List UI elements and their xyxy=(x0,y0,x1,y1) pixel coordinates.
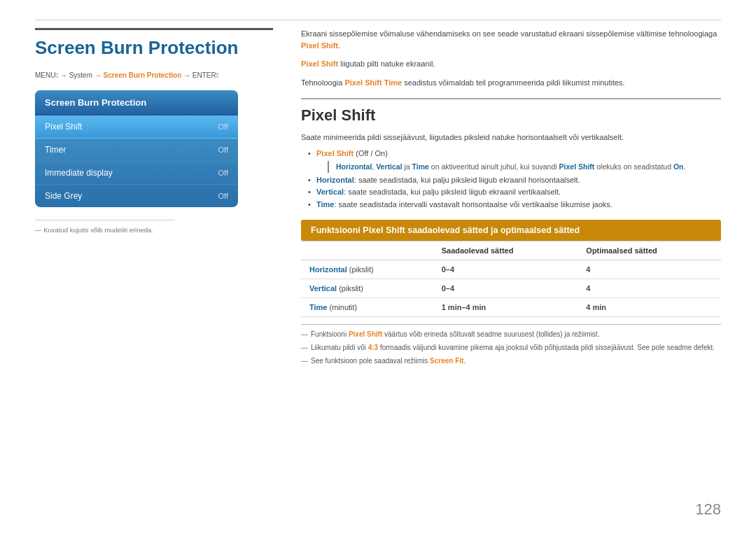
bullet-vertical: Vertical: saate seadistada, kui palju pi… xyxy=(308,186,721,199)
bullet-pixel-shift: Pixel Shift (Off / On) Horizontal, Verti… xyxy=(308,148,721,173)
data-table: Saadaolevad sätted Optimaalsed sätted Ho… xyxy=(301,241,721,317)
sub-note-pixel-shift: Horizontal, Vertical ja Time on aktiveer… xyxy=(328,161,721,173)
col-header-empty xyxy=(301,241,433,260)
right-column: Ekraani sissepõlemise võimaluse vähendam… xyxy=(301,28,721,513)
hl-vertical: Vertical xyxy=(376,162,402,171)
row-range-horizontal: 0–4 xyxy=(433,260,578,279)
intro-text-1: Ekraani sissepõlemise võimaluse vähendam… xyxy=(301,28,721,51)
hl-time: Time xyxy=(412,162,429,171)
hl-fn-ps: Pixel Shift xyxy=(349,330,382,338)
table-row: Time (minutit) 1 min–4 min 4 min xyxy=(301,297,721,316)
breadcrumb-suffix: → ENTER xyxy=(181,71,218,79)
menu-item-label-pixel-shift: Pixel Shift xyxy=(45,122,82,132)
hl-pixel-shift-2: Pixel Shift xyxy=(301,59,338,68)
hl-pixel-shift-heading: Pixel Shift xyxy=(363,225,405,235)
menu-item-value-side-grey: Off xyxy=(218,192,228,200)
intro-text-2: Pixel Shift liigutab pilti natuke ekraan… xyxy=(301,58,721,70)
menu-item-value-timer: Off xyxy=(218,146,228,154)
description-text: Saate minimeerida pildi sissejäävust, li… xyxy=(301,132,721,143)
menu-item-label-immediate-display: Immediate display xyxy=(45,168,113,178)
page-number: 128 xyxy=(695,500,721,519)
footer-notes: Funktsiooni Pixel Shift väärtus võib eri… xyxy=(301,324,721,366)
divider xyxy=(35,220,175,220)
hl-43: 4:3 xyxy=(368,344,378,351)
menu-item-label-timer: Timer xyxy=(45,145,66,155)
row-optimal-vertical: 4 xyxy=(578,279,721,297)
row-label-horizontal: Horizontal (pikslit) xyxy=(301,260,433,279)
row-label-vertical: Vertical (pikslit) xyxy=(301,279,433,297)
hl-pixel-shift-1: Pixel Shift xyxy=(301,41,338,50)
page-container: Screen Burn Protection MENU → System → … xyxy=(0,0,756,534)
menu-item-value-immediate-display: Off xyxy=(218,169,228,177)
bullet-list: Pixel Shift (Off / On) Horizontal, Verti… xyxy=(308,148,721,211)
hl-horizontal-b: Horizontal xyxy=(316,176,354,184)
row-range-vertical: 0–4 xyxy=(433,279,578,297)
menu-panel: Screen Burn Protection Pixel Shift Off T… xyxy=(35,90,238,207)
row-optimal-time: 4 min xyxy=(578,297,721,316)
table-header-row: Saadaolevad sätted Optimaalsed sätted xyxy=(301,241,721,260)
hl-bullet-ps: Pixel Shift xyxy=(316,149,354,157)
row-range-time: 1 min–4 min xyxy=(433,297,578,316)
image-note: ― Kuvatud kujutis võib mudeliti erineda. xyxy=(35,226,273,234)
menu-item-timer[interactable]: Timer Off xyxy=(35,139,238,162)
footer-note-1: Funktsiooni Pixel Shift väärtus võib eri… xyxy=(301,329,721,339)
footer-note-2: Liikumatu pildi või 4:3 formaadis väljun… xyxy=(301,342,721,353)
col-header-optimal: Optimaalsed sätted xyxy=(578,241,721,260)
menu-prefix: MENU → System → xyxy=(35,71,104,79)
menu-item-side-grey[interactable]: Side Grey Off xyxy=(35,185,238,207)
feature-heading: Funktsiooni Pixel Shift saadaolevad sätt… xyxy=(301,220,721,241)
left-column: Screen Burn Protection MENU → System → … xyxy=(35,28,273,513)
footer-note-3: See funktsioon pole saadaval režiimis Sc… xyxy=(301,356,721,366)
intro-text-3: Tehnoloogia Pixel Shift Time seadistus v… xyxy=(301,77,721,89)
row-label-time: Time (minutit) xyxy=(301,297,433,316)
page-title: Screen Burn Protection xyxy=(35,28,273,59)
row-optimal-horizontal: 4 xyxy=(578,260,721,279)
menu-item-label-side-grey: Side Grey xyxy=(45,191,82,201)
hl-horizontal: Horizontal xyxy=(336,162,372,171)
table-row: Vertical (pikslit) 0–4 4 xyxy=(301,279,721,297)
breadcrumb-highlight: Screen Burn Protection xyxy=(104,71,182,79)
hl-screen-fit: Screen Fit xyxy=(430,357,463,365)
col-header-available: Saadaolevad sätted xyxy=(433,241,578,260)
section-title: Pixel Shift xyxy=(301,98,721,125)
hl-time-b: Time xyxy=(316,200,334,209)
table-row: Horizontal (pikslit) 0–4 4 xyxy=(301,260,721,279)
hl-ps-bold: Pixel Shift xyxy=(559,162,595,171)
bullet-horizontal: Horizontal: saate seadistada, kui palju … xyxy=(308,174,721,187)
menu-panel-header: Screen Burn Protection xyxy=(35,90,238,115)
hl-pixel-shift-time: Pixel Shift Time xyxy=(344,78,402,87)
breadcrumb: MENU → System → Screen Burn Protection … xyxy=(35,71,273,79)
hl-on: On xyxy=(673,162,684,171)
top-border xyxy=(35,20,721,20)
menu-item-pixel-shift[interactable]: Pixel Shift Off xyxy=(35,115,238,139)
menu-item-value-pixel-shift: Off xyxy=(218,122,228,131)
bullet-time: Time: saate seadistada intervalli vastav… xyxy=(308,199,721,211)
hl-vertical-b: Vertical xyxy=(316,188,344,196)
menu-item-immediate-display[interactable]: Immediate display Off xyxy=(35,162,238,185)
